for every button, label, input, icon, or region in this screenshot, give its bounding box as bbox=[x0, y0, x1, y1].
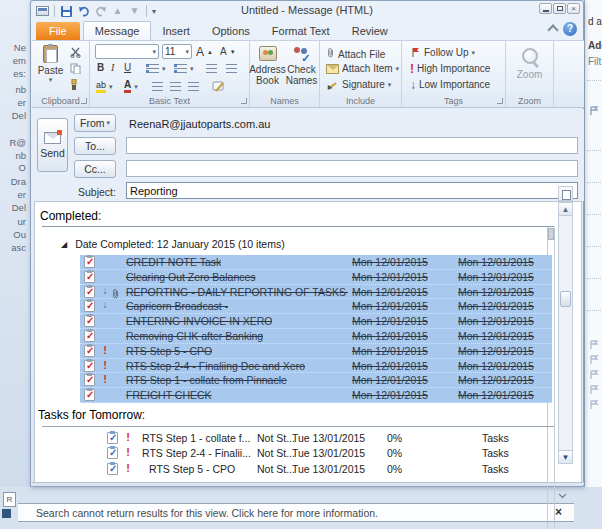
high-importance-button[interactable]: !High Importance bbox=[410, 63, 490, 74]
task-row[interactable]: ENTERING INVOICE IN XERO Mon 12/01/2015 … bbox=[80, 314, 552, 329]
font-color-button[interactable]: A▾ bbox=[124, 80, 138, 93]
bg-fragment: Ado bbox=[588, 40, 602, 51]
low-importance-button[interactable]: ↓Low Importance bbox=[410, 79, 490, 90]
close-button[interactable]: × bbox=[567, 3, 580, 14]
expand-triangle-icon[interactable]: ◢ bbox=[61, 240, 67, 249]
minimize-button[interactable] bbox=[539, 3, 552, 14]
check-names-button[interactable]: Check Names bbox=[286, 43, 317, 103]
high-importance-icon: ! bbox=[123, 432, 133, 442]
group-label: Basic Text bbox=[90, 96, 249, 106]
task-row[interactable]: FREIGHT CHECK Mon 12/01/2015 Mon 12/01/2… bbox=[80, 388, 552, 403]
ribbon: Paste ▾ Clipboard ▾ 11▾ A▲ A▼ B I U ▾ ▾ bbox=[32, 40, 584, 108]
task-row[interactable]: ! RTS Step 1 - collate f... Not St... Tu… bbox=[97, 431, 567, 446]
italic-button[interactable]: I bbox=[111, 62, 114, 73]
copy-button[interactable] bbox=[68, 61, 82, 75]
group-header-row[interactable]: ◢ Date Completed: 12 January 2015 (10 it… bbox=[61, 238, 285, 250]
background-window-right: d a Ado Filt bbox=[584, 0, 602, 487]
high-importance-icon: ! bbox=[100, 374, 110, 384]
title-bar[interactable]: ▲ ▼ ▾ Untitled - Message (HTML) × bbox=[31, 1, 583, 21]
tags-dialog-launcher[interactable] bbox=[497, 98, 503, 104]
bg-fragment: es: bbox=[13, 68, 26, 79]
task-row[interactable]: ↓ Capricorn Broadcast - Mon 12/01/2015 M… bbox=[80, 299, 552, 314]
tab-options[interactable]: Options bbox=[201, 22, 261, 40]
address-book-button[interactable]: Address Book bbox=[252, 43, 283, 103]
tab-file[interactable]: File bbox=[36, 22, 80, 40]
body-scrollbar[interactable]: ▲ ▼ bbox=[558, 202, 573, 464]
align-right-button[interactable] bbox=[188, 82, 199, 91]
text-highlight-button[interactable]: ab▾ bbox=[96, 81, 113, 93]
cc-button[interactable]: Cc... bbox=[74, 160, 116, 178]
task-row[interactable]: ! RTS Step 1 - collate from Pinnacle Mon… bbox=[80, 373, 552, 388]
signature-button[interactable]: Signature▾ bbox=[326, 79, 391, 90]
increase-indent-button[interactable] bbox=[226, 64, 237, 73]
search-info-bar[interactable]: Search cannot return results for this vi… bbox=[18, 503, 574, 522]
clipboard-dialog-launcher[interactable] bbox=[81, 98, 87, 104]
tab-format-text[interactable]: Format Text bbox=[261, 22, 341, 40]
shrink-font-button[interactable]: A▼ bbox=[220, 46, 236, 57]
paste-button[interactable]: Paste ▾ bbox=[37, 45, 64, 95]
bold-button[interactable]: B bbox=[97, 62, 104, 73]
to-button[interactable]: To... bbox=[74, 137, 116, 155]
cut-button[interactable] bbox=[68, 45, 82, 59]
task-row[interactable]: ! RTS Step 2-4 - Finalii... Not St... Tu… bbox=[97, 446, 567, 461]
scroll-up-icon[interactable]: ▲ bbox=[559, 203, 572, 216]
high-importance-icon: ! bbox=[123, 447, 133, 457]
bullets-button[interactable]: ▾ bbox=[146, 64, 166, 73]
attach-item-button[interactable]: Attach Item▾ bbox=[326, 63, 399, 74]
task-row[interactable]: Removing CHK after Banking Mon 12/01/201… bbox=[80, 329, 552, 344]
envelope-header: Send From▾ ReenaR@jjautoparts.com.au To.… bbox=[32, 109, 584, 201]
subject-input[interactable] bbox=[126, 182, 578, 199]
minimize-ribbon-icon[interactable] bbox=[547, 24, 559, 33]
cc-input[interactable] bbox=[126, 160, 578, 177]
styles-button[interactable] bbox=[212, 80, 225, 92]
numbering-button[interactable]: ▾ bbox=[174, 64, 194, 73]
check-names-icon bbox=[293, 46, 311, 61]
font-size-combo[interactable]: 11▾ bbox=[162, 44, 192, 59]
low-importance-icon: ↓ bbox=[100, 300, 110, 310]
format-painter-button[interactable] bbox=[68, 77, 82, 91]
chevron-down-icon[interactable] bbox=[558, 490, 567, 496]
underline-button[interactable]: U bbox=[124, 62, 131, 73]
zoom-button[interactable]: Zoom bbox=[506, 47, 553, 80]
scroll-down-icon[interactable]: ▼ bbox=[559, 450, 572, 463]
bg-fragment: Ou bbox=[13, 229, 26, 240]
font-name-combo[interactable]: ▾ bbox=[95, 44, 159, 59]
basic-text-dialog-launcher[interactable] bbox=[241, 98, 247, 104]
scrollbar-thumb[interactable] bbox=[560, 291, 571, 307]
high-importance-icon: ! bbox=[123, 463, 133, 473]
tab-review[interactable]: Review bbox=[341, 22, 399, 40]
high-importance-icon: ! bbox=[100, 345, 110, 355]
group-label: Tags bbox=[402, 96, 505, 106]
low-importance-icon: ↓ bbox=[100, 286, 110, 296]
page-view-icon[interactable] bbox=[558, 186, 573, 201]
from-button[interactable]: From▾ bbox=[74, 114, 116, 132]
flag-icon bbox=[589, 355, 599, 365]
to-input[interactable] bbox=[126, 137, 578, 154]
align-center-button[interactable] bbox=[170, 82, 181, 91]
subject-label: Subject: bbox=[78, 186, 116, 198]
tab-message[interactable]: Message bbox=[83, 21, 152, 40]
task-row[interactable]: Clearing Out Zero Balances Mon 12/01/201… bbox=[80, 270, 552, 285]
group-tags: Follow Up▾ !High Importance ↓Low Importa… bbox=[402, 41, 506, 107]
task-row[interactable]: ! RTS Step 5 - CPO Mon 12/01/2015 Mon 12… bbox=[80, 344, 552, 359]
search-info-text[interactable]: Search cannot return results for this vi… bbox=[18, 507, 378, 519]
magnifier-icon bbox=[520, 47, 540, 67]
follow-up-button[interactable]: Follow Up▾ bbox=[410, 47, 475, 58]
grow-font-button[interactable]: A▲ bbox=[196, 45, 213, 59]
tab-insert[interactable]: Insert bbox=[151, 22, 201, 40]
group-clipboard: Paste ▾ Clipboard bbox=[32, 41, 90, 107]
help-icon[interactable]: ? bbox=[563, 22, 577, 36]
restore-button[interactable] bbox=[553, 3, 566, 14]
decrease-indent-button[interactable] bbox=[206, 64, 217, 73]
task-row[interactable]: CREDIT NOTE Task Mon 12/01/2015 Mon 12/0… bbox=[80, 255, 552, 270]
align-left-button[interactable] bbox=[152, 82, 163, 91]
send-envelope-icon bbox=[44, 132, 61, 144]
task-row[interactable]: ! RTS Step 2-4 - Finaliing Doc and Xero … bbox=[80, 359, 552, 374]
scrollbar-thumb[interactable] bbox=[548, 228, 554, 240]
close-icon[interactable]: × bbox=[555, 505, 562, 519]
send-button[interactable]: Send bbox=[37, 118, 68, 172]
attach-file-button[interactable]: Attach File bbox=[326, 47, 385, 61]
task-row[interactable]: ↓ REPORTING - DAILY REPORTING OF TASKS -… bbox=[80, 285, 552, 300]
task-row[interactable]: ! RTS Step 5 - CPO Not St... Tue 13/01/2… bbox=[97, 462, 567, 477]
message-body[interactable]: Completed: ◢ Date Completed: 12 January … bbox=[34, 201, 582, 484]
